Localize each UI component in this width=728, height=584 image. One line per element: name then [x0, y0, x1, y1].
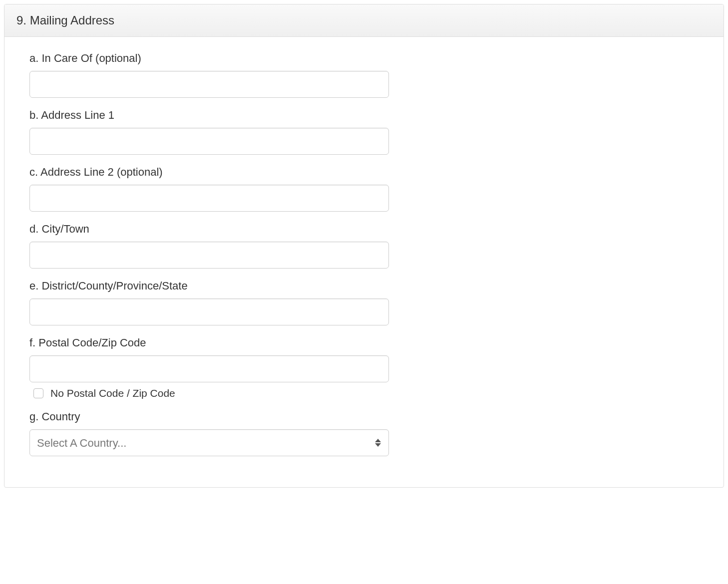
- city-town-label: d. City/Town: [29, 223, 699, 236]
- field-district-state: e. District/County/Province/State: [29, 280, 699, 325]
- field-postal-code: f. Postal Code/Zip Code No Postal Code /…: [29, 336, 699, 399]
- field-address-line-2: c. Address Line 2 (optional): [29, 166, 699, 212]
- in-care-of-label: a. In Care Of (optional): [29, 52, 699, 65]
- postal-code-label: f. Postal Code/Zip Code: [29, 336, 699, 349]
- district-state-label: e. District/County/Province/State: [29, 280, 699, 292]
- mailing-address-panel: 9. Mailing Address a. In Care Of (option…: [4, 4, 724, 488]
- field-in-care-of: a. In Care Of (optional): [29, 52, 699, 98]
- country-label: g. Country: [29, 410, 699, 423]
- country-select-wrapper: Select A Country...: [29, 429, 389, 456]
- in-care-of-input[interactable]: [29, 71, 389, 98]
- city-town-input[interactable]: [29, 242, 389, 269]
- field-city-town: d. City/Town: [29, 223, 699, 269]
- district-state-input[interactable]: [29, 298, 389, 325]
- address-line-1-input[interactable]: [29, 128, 389, 155]
- address-line-2-label: c. Address Line 2 (optional): [29, 166, 699, 179]
- address-line-1-label: b. Address Line 1: [29, 109, 699, 122]
- no-postal-code-row: No Postal Code / Zip Code: [29, 387, 699, 399]
- postal-code-input[interactable]: [29, 355, 389, 382]
- no-postal-code-label: No Postal Code / Zip Code: [50, 387, 175, 399]
- field-country: g. Country Select A Country...: [29, 410, 699, 456]
- field-address-line-1: b. Address Line 1: [29, 109, 699, 155]
- panel-title: 9. Mailing Address: [4, 4, 724, 37]
- country-select[interactable]: Select A Country...: [29, 429, 389, 456]
- address-line-2-input[interactable]: [29, 185, 389, 212]
- no-postal-code-checkbox[interactable]: [33, 388, 43, 398]
- panel-body: a. In Care Of (optional) b. Address Line…: [4, 37, 724, 487]
